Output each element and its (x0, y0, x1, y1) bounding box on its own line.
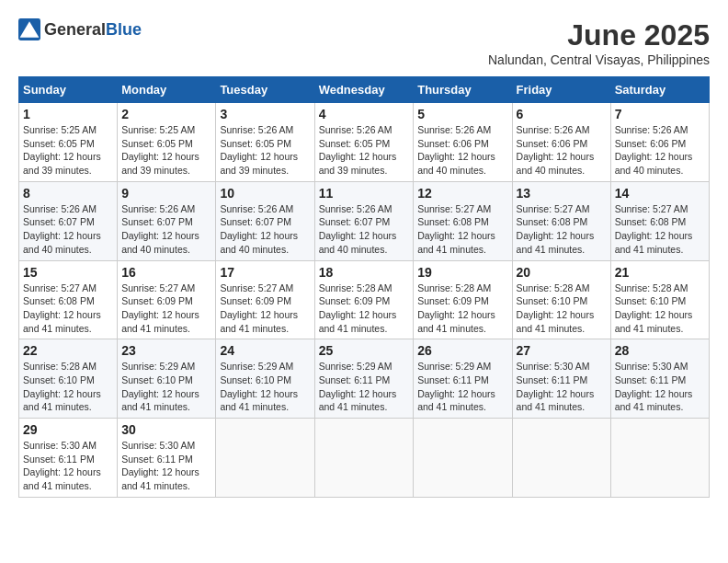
day-number: 20 (517, 265, 607, 280)
day-number: 3 (220, 107, 310, 121)
calendar-cell: 24Sunrise: 5:29 AM Sunset: 6:10 PM Dayli… (216, 339, 314, 419)
calendar-cell: 8Sunrise: 5:26 AM Sunset: 6:07 PM Daylig… (19, 181, 118, 260)
calendar-cell: 14Sunrise: 5:27 AM Sunset: 6:08 PM Dayli… (610, 181, 709, 260)
calendar-cell: 20Sunrise: 5:28 AM Sunset: 6:10 PM Dayli… (512, 260, 610, 339)
day-number: 28 (615, 343, 705, 358)
day-info: Sunrise: 5:27 AM Sunset: 6:08 PM Dayligh… (517, 202, 607, 257)
day-number: 26 (417, 343, 507, 358)
day-number: 2 (121, 107, 211, 121)
day-info: Sunrise: 5:26 AM Sunset: 6:05 PM Dayligh… (319, 123, 410, 178)
day-info: Sunrise: 5:26 AM Sunset: 6:06 PM Dayligh… (615, 123, 705, 178)
day-info: Sunrise: 5:26 AM Sunset: 6:07 PM Dayligh… (121, 202, 211, 257)
calendar-header-friday: Friday (512, 77, 610, 103)
calendar-title: June 2025 (488, 18, 710, 52)
calendar-header-wednesday: Wednesday (314, 77, 414, 103)
calendar-header-thursday: Thursday (414, 77, 512, 103)
day-number: 5 (417, 107, 507, 121)
calendar-cell (414, 419, 512, 498)
calendar-cell: 7Sunrise: 5:26 AM Sunset: 6:06 PM Daylig… (610, 103, 709, 182)
logo-text-blue: Blue (106, 20, 142, 39)
calendar-cell: 1Sunrise: 5:25 AM Sunset: 6:05 PM Daylig… (19, 103, 118, 182)
title-area: June 2025 Nalundan, Central Visayas, Phi… (488, 18, 710, 67)
day-info: Sunrise: 5:26 AM Sunset: 6:05 PM Dayligh… (220, 123, 310, 178)
day-number: 13 (517, 186, 607, 201)
calendar-cell: 27Sunrise: 5:30 AM Sunset: 6:11 PM Dayli… (512, 339, 610, 419)
day-info: Sunrise: 5:28 AM Sunset: 6:09 PM Dayligh… (319, 282, 410, 336)
calendar-cell: 26Sunrise: 5:29 AM Sunset: 6:11 PM Dayli… (414, 339, 512, 419)
day-number: 22 (23, 343, 113, 358)
calendar-cell: 4Sunrise: 5:26 AM Sunset: 6:05 PM Daylig… (314, 103, 414, 182)
calendar-cell: 9Sunrise: 5:26 AM Sunset: 6:07 PM Daylig… (118, 181, 216, 260)
day-number: 6 (517, 107, 607, 121)
day-number: 29 (23, 422, 113, 437)
day-number: 19 (417, 265, 507, 280)
day-info: Sunrise: 5:28 AM Sunset: 6:09 PM Dayligh… (417, 282, 507, 336)
day-info: Sunrise: 5:27 AM Sunset: 6:09 PM Dayligh… (121, 282, 211, 336)
calendar-week-row: 22Sunrise: 5:28 AM Sunset: 6:10 PM Dayli… (19, 339, 710, 419)
day-number: 9 (121, 186, 211, 201)
day-info: Sunrise: 5:26 AM Sunset: 6:06 PM Dayligh… (517, 123, 607, 178)
day-number: 12 (417, 186, 507, 201)
calendar-cell: 10Sunrise: 5:26 AM Sunset: 6:07 PM Dayli… (216, 181, 314, 260)
calendar-cell: 28Sunrise: 5:30 AM Sunset: 6:11 PM Dayli… (610, 339, 709, 419)
day-info: Sunrise: 5:25 AM Sunset: 6:05 PM Dayligh… (23, 123, 113, 178)
calendar-header-saturday: Saturday (610, 77, 709, 103)
day-info: Sunrise: 5:28 AM Sunset: 6:10 PM Dayligh… (517, 282, 607, 336)
day-number: 18 (319, 265, 410, 280)
day-number: 4 (319, 107, 410, 121)
calendar-cell: 22Sunrise: 5:28 AM Sunset: 6:10 PM Dayli… (19, 339, 118, 419)
day-number: 8 (23, 186, 113, 201)
calendar-cell: 13Sunrise: 5:27 AM Sunset: 6:08 PM Dayli… (512, 181, 610, 260)
day-number: 1 (23, 107, 113, 121)
day-info: Sunrise: 5:25 AM Sunset: 6:05 PM Dayligh… (121, 123, 211, 178)
calendar-cell: 3Sunrise: 5:26 AM Sunset: 6:05 PM Daylig… (216, 103, 314, 182)
logo-icon (18, 18, 40, 40)
day-info: Sunrise: 5:27 AM Sunset: 6:08 PM Dayligh… (417, 202, 507, 257)
calendar-cell: 23Sunrise: 5:29 AM Sunset: 6:10 PM Dayli… (118, 339, 216, 419)
calendar-cell: 6Sunrise: 5:26 AM Sunset: 6:06 PM Daylig… (512, 103, 610, 182)
day-info: Sunrise: 5:27 AM Sunset: 6:08 PM Dayligh… (23, 282, 113, 336)
day-info: Sunrise: 5:29 AM Sunset: 6:11 PM Dayligh… (319, 360, 410, 414)
day-info: Sunrise: 5:30 AM Sunset: 6:11 PM Dayligh… (615, 360, 705, 414)
day-number: 15 (23, 265, 113, 280)
calendar-body: 1Sunrise: 5:25 AM Sunset: 6:05 PM Daylig… (19, 103, 710, 498)
day-number: 17 (220, 265, 310, 280)
day-info: Sunrise: 5:30 AM Sunset: 6:11 PM Dayligh… (517, 360, 607, 414)
calendar-week-row: 15Sunrise: 5:27 AM Sunset: 6:08 PM Dayli… (19, 260, 710, 339)
calendar-cell: 25Sunrise: 5:29 AM Sunset: 6:11 PM Dayli… (314, 339, 414, 419)
day-info: Sunrise: 5:29 AM Sunset: 6:10 PM Dayligh… (220, 360, 310, 414)
day-info: Sunrise: 5:27 AM Sunset: 6:08 PM Dayligh… (615, 202, 705, 257)
day-number: 11 (319, 186, 410, 201)
day-info: Sunrise: 5:29 AM Sunset: 6:11 PM Dayligh… (417, 360, 507, 414)
day-info: Sunrise: 5:27 AM Sunset: 6:09 PM Dayligh… (220, 282, 310, 336)
day-info: Sunrise: 5:26 AM Sunset: 6:07 PM Dayligh… (23, 202, 113, 257)
day-number: 7 (615, 107, 705, 121)
day-info: Sunrise: 5:30 AM Sunset: 6:11 PM Dayligh… (121, 439, 211, 493)
calendar-week-row: 29Sunrise: 5:30 AM Sunset: 6:11 PM Dayli… (19, 419, 710, 498)
day-info: Sunrise: 5:28 AM Sunset: 6:10 PM Dayligh… (615, 282, 705, 336)
calendar-cell: 2Sunrise: 5:25 AM Sunset: 6:05 PM Daylig… (118, 103, 216, 182)
day-number: 10 (220, 186, 310, 201)
calendar-cell: 30Sunrise: 5:30 AM Sunset: 6:11 PM Dayli… (118, 419, 216, 498)
calendar-cell: 11Sunrise: 5:26 AM Sunset: 6:07 PM Dayli… (314, 181, 414, 260)
calendar-cell (610, 419, 709, 498)
calendar-table: SundayMondayTuesdayWednesdayThursdayFrid… (18, 76, 710, 498)
calendar-cell: 5Sunrise: 5:26 AM Sunset: 6:06 PM Daylig… (414, 103, 512, 182)
logo-text-general: General (44, 20, 106, 39)
day-info: Sunrise: 5:29 AM Sunset: 6:10 PM Dayligh… (121, 360, 211, 414)
calendar-week-row: 8Sunrise: 5:26 AM Sunset: 6:07 PM Daylig… (19, 181, 710, 260)
calendar-header-row: SundayMondayTuesdayWednesdayThursdayFrid… (19, 77, 710, 103)
calendar-week-row: 1Sunrise: 5:25 AM Sunset: 6:05 PM Daylig… (19, 103, 710, 182)
day-number: 14 (615, 186, 705, 201)
day-info: Sunrise: 5:26 AM Sunset: 6:06 PM Dayligh… (417, 123, 507, 178)
calendar-cell: 17Sunrise: 5:27 AM Sunset: 6:09 PM Dayli… (216, 260, 314, 339)
day-number: 25 (319, 343, 410, 358)
day-info: Sunrise: 5:26 AM Sunset: 6:07 PM Dayligh… (319, 202, 410, 257)
day-number: 30 (121, 422, 211, 437)
calendar-cell: 15Sunrise: 5:27 AM Sunset: 6:08 PM Dayli… (19, 260, 118, 339)
day-info: Sunrise: 5:30 AM Sunset: 6:11 PM Dayligh… (23, 439, 113, 493)
calendar-cell: 12Sunrise: 5:27 AM Sunset: 6:08 PM Dayli… (414, 181, 512, 260)
calendar-cell: 21Sunrise: 5:28 AM Sunset: 6:10 PM Dayli… (610, 260, 709, 339)
calendar-subtitle: Nalundan, Central Visayas, Philippines (488, 52, 710, 67)
calendar-cell: 18Sunrise: 5:28 AM Sunset: 6:09 PM Dayli… (314, 260, 414, 339)
